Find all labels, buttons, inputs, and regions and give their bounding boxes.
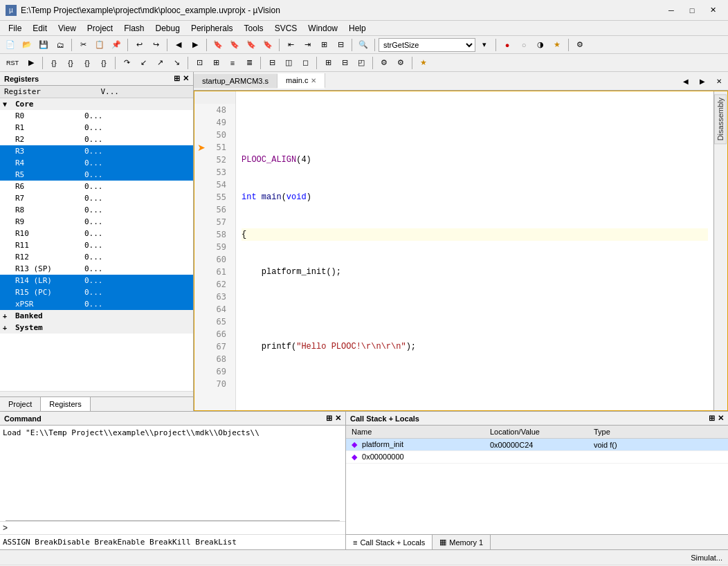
menu-tools[interactable]: Tools [239, 22, 269, 35]
tb-undo[interactable]: ↩ [131, 37, 147, 53]
tb2-step-over[interactable]: ↷ [119, 55, 134, 71]
reg-group-system[interactable]: + System [0, 322, 193, 334]
disassembly-panel-label[interactable]: Disassembly [714, 94, 727, 144]
tab-scroll-left[interactable]: ◀ [678, 73, 693, 89]
tab-close-icon[interactable]: ✕ [311, 77, 316, 84]
tb-save-all[interactable]: 🗂 [53, 37, 68, 53]
reg-row-r2[interactable]: R2 0... [0, 134, 193, 145]
tb2-zoom3[interactable]: ◰ [354, 55, 369, 71]
tb2-extra3[interactable]: ★ [416, 55, 431, 71]
tb2-braces1[interactable]: {} [46, 55, 62, 71]
menu-project[interactable]: Project [82, 22, 118, 35]
tb2-extra1[interactable]: ⚙ [376, 55, 392, 71]
registers-close-icon[interactable]: ✕ [183, 74, 189, 83]
reg-row-r4[interactable]: R4 0... [0, 157, 193, 169]
reg-row-r10[interactable]: R10 0... [0, 228, 193, 239]
tb-find[interactable]: 🔍 [356, 37, 371, 53]
tb2-cmd4[interactable]: ≣ [242, 55, 257, 71]
reg-row-r1[interactable]: R1 0... [0, 122, 193, 134]
reg-row-r13[interactable]: R13 (SP) 0... [0, 263, 193, 275]
command-pin-icon[interactable]: ⊞ [326, 414, 332, 423]
tb-bookmark4[interactable]: 🔖 [260, 37, 275, 53]
tb-new[interactable]: 📄 [3, 37, 18, 53]
reg-row-xpsr[interactable]: xPSR 0... [0, 298, 193, 310]
tb-bookmark1[interactable]: 🔖 [210, 37, 226, 53]
menu-view[interactable]: View [53, 22, 82, 35]
reg-row-r6[interactable]: R6 0... [0, 181, 193, 192]
tb2-step-in[interactable]: ↙ [136, 55, 151, 71]
reg-row-r8[interactable]: R8 0... [0, 204, 193, 216]
tb2-run[interactable]: ▶ [24, 55, 39, 71]
tb2-braces4[interactable]: {} [96, 55, 111, 71]
menu-svcs[interactable]: SVCS [269, 22, 303, 35]
menu-window[interactable]: Window [302, 22, 343, 35]
minimize-button[interactable]: ─ [662, 3, 681, 17]
tb-open[interactable]: 📂 [19, 37, 35, 53]
callstack-row-0[interactable]: ◆ platform_init 0x00000C24 void f() [346, 439, 728, 451]
tb-copy[interactable]: 📋 [92, 37, 107, 53]
reg-row-r12[interactable]: R12 0... [0, 251, 193, 263]
reg-group-core[interactable]: ▼ Core [0, 98, 193, 110]
tb-bookmark3[interactable]: 🔖 [244, 37, 259, 53]
menu-file[interactable]: File [3, 22, 27, 35]
reg-row-r7[interactable]: R7 0... [0, 192, 193, 204]
callstack-row-1[interactable]: ◆ 0x00000000 [346, 451, 728, 464]
reg-row-r11[interactable]: R11 0... [0, 239, 193, 251]
tb2-step-out[interactable]: ↗ [152, 55, 167, 71]
tb-indent-b[interactable]: ⊟ [333, 37, 348, 53]
menu-debug[interactable]: Debug [150, 22, 185, 35]
reg-row-r9[interactable]: R9 0... [0, 216, 193, 228]
tb2-braces2[interactable]: {} [63, 55, 78, 71]
tb2-zoom2[interactable]: ⊟ [337, 55, 352, 71]
tb-debug3[interactable]: ◑ [533, 37, 548, 53]
callstack-pin-icon[interactable]: ⊞ [709, 414, 715, 423]
tb2-view1[interactable]: ⊟ [264, 55, 280, 71]
tb2-cmd2[interactable]: ⊞ [208, 55, 224, 71]
tab-registers[interactable]: Registers [41, 397, 90, 411]
reg-row-r5[interactable]: R5 0... [0, 169, 193, 181]
menu-peripherals[interactable]: Peripherals [185, 22, 239, 35]
tb-debug4[interactable]: ★ [549, 37, 565, 53]
maximize-button[interactable]: □ [682, 3, 702, 17]
tb-dropdown-arrow[interactable]: ▾ [477, 37, 492, 53]
menu-flash[interactable]: Flash [118, 22, 149, 35]
tb-indent-a[interactable]: ⊞ [316, 37, 331, 53]
reg-row-r3[interactable]: R3 0... [0, 145, 193, 157]
tb2-cmd3[interactable]: ≡ [225, 55, 240, 71]
tb2-step-line[interactable]: ↘ [169, 55, 184, 71]
reg-group-banked[interactable]: + Banked [0, 310, 193, 322]
tab-startup[interactable]: startup_ARMCM3.s [194, 74, 277, 88]
reg-row-r14[interactable]: R14 (LR) 0... [0, 275, 193, 286]
reg-row-r15[interactable]: R15 (PC) 0... [0, 286, 193, 298]
tb-redo[interactable]: ↪ [148, 37, 163, 53]
tab-project[interactable]: Project [0, 397, 41, 411]
callstack-close-icon[interactable]: ✕ [718, 414, 724, 423]
tb2-extra2[interactable]: ⚙ [393, 55, 408, 71]
tb-cut[interactable]: ✂ [75, 37, 91, 53]
tb-indent-l[interactable]: ⇤ [283, 37, 298, 53]
tab-close-btn[interactable]: ✕ [711, 73, 727, 89]
command-close-icon[interactable]: ✕ [335, 414, 341, 423]
tb2-zoom1[interactable]: ⊞ [320, 55, 336, 71]
registers-scrollbar[interactable] [0, 391, 193, 396]
reg-row-r0[interactable]: R0 0... [0, 110, 193, 122]
code-content-area[interactable]: PLOOC_ALIGN(4) int main(void) { platform… [236, 91, 713, 410]
menu-help[interactable]: Help [343, 22, 372, 35]
tb-debug1[interactable]: ● [500, 37, 515, 53]
tb-indent-r[interactable]: ⇥ [300, 37, 315, 53]
tb-settings[interactable]: ⚙ [572, 37, 588, 53]
function-dropdown[interactable]: strGetSize [379, 38, 475, 52]
tb-save[interactable]: 💾 [36, 37, 51, 53]
tb2-view2[interactable]: ◫ [281, 55, 296, 71]
tab-scroll-right[interactable]: ▶ [695, 73, 710, 89]
cs-tab-callstack[interactable]: ≡ Call Stack + Locals [346, 535, 433, 549]
command-input[interactable] [13, 524, 343, 533]
tab-main[interactable]: main.c ✕ [277, 73, 325, 89]
tb-paste[interactable]: 📌 [109, 37, 124, 53]
tb-nav-back[interactable]: ◀ [171, 37, 186, 53]
registers-pin-icon[interactable]: ⊞ [174, 74, 180, 83]
cs-tab-memory[interactable]: ▦ Memory 1 [433, 535, 491, 549]
tb2-reset[interactable]: RST [3, 55, 22, 71]
tb-bookmark2[interactable]: 🔖 [227, 37, 242, 53]
tb2-view3[interactable]: ◻ [298, 55, 313, 71]
